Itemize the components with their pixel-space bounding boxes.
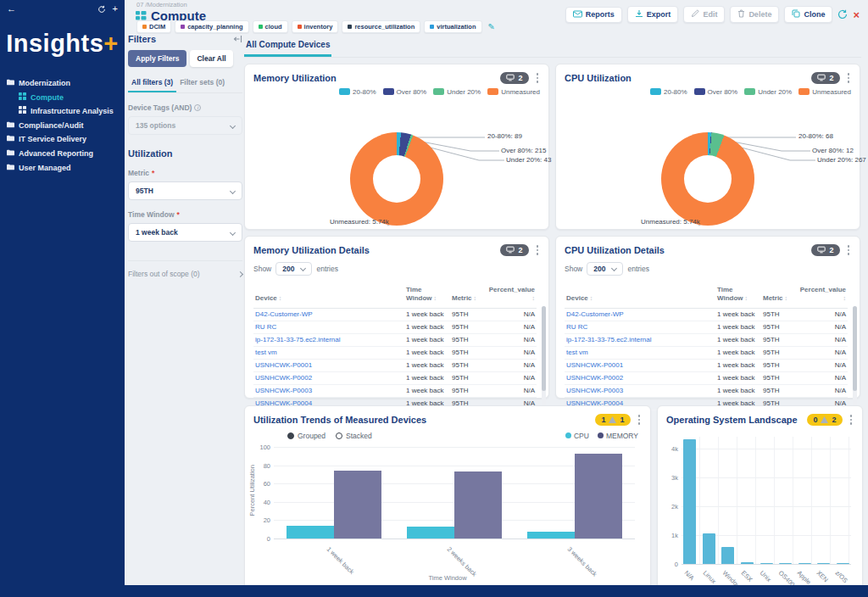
table-scrollbar[interactable] [853,306,857,418]
column-header-time-window[interactable]: Time Window ↕ [404,284,450,309]
sidebar-item-compute[interactable]: Compute [0,91,125,105]
bar-memory[interactable] [454,471,502,538]
refresh-icon[interactable] [837,9,848,20]
device-link[interactable]: test vm [565,346,715,359]
download-icon [635,9,643,20]
kebab-menu[interactable] [637,413,643,427]
cell: N/A [797,333,848,346]
bar-cpu[interactable] [407,527,454,538]
reports-button[interactable]: Reports [565,7,622,23]
legend-item-unmeasured[interactable]: Unmeasured [798,88,851,96]
page-size-select[interactable]: 200 [275,262,312,276]
sidebar-item-user-managed[interactable]: User Managed [0,161,125,176]
bar-xen[interactable] [817,563,830,565]
bar-n-a[interactable] [683,439,696,564]
legend-item-unmeasured[interactable]: Unmeasured [487,88,540,96]
column-header-metric[interactable]: Metric ↕ [761,284,797,309]
sidebar-item-advanced-reporting[interactable]: Advanced Reporting [0,147,125,161]
kebab-menu[interactable] [849,413,854,427]
clone-button[interactable]: Clone [784,6,832,23]
apply-filters-button[interactable]: Apply Filters [128,50,186,67]
legend-item-20-80-[interactable]: 20-80% [339,88,376,96]
legend-item-under-20-[interactable]: Under 20% [744,88,792,96]
back-arrow-icon[interactable]: ← [7,4,16,14]
tab-filter-sets[interactable]: Filter sets (0) [176,75,228,92]
edit-tags-pencil-icon[interactable]: ✎ [488,22,495,31]
legend-item-20-80-[interactable]: 20-80% [650,88,687,96]
legend-cpu[interactable]: CPU [565,432,589,440]
refresh-icon[interactable] [97,5,106,14]
device-count-badge: 2 [811,244,839,256]
scrollbar-thumb[interactable] [853,306,857,391]
export-button[interactable]: Export [627,6,679,23]
device-link[interactable]: USNHCWK-P0003 [253,384,404,397]
delete-button[interactable]: Delete [730,6,779,23]
cell: 1 week back [404,346,450,359]
sidebar-item-it-service-delivery[interactable]: IT Service Delivery [0,132,125,147]
column-header-metric[interactable]: Metric ↕ [450,284,486,309]
edit-button[interactable]: Edit [683,6,725,23]
cell: 95TH [761,371,797,384]
legend-item-over-80-[interactable]: Over 80% [694,88,738,96]
clear-all-button[interactable]: Clear All [190,50,232,67]
filters-out-of-scope[interactable]: Filters out of scope (0) [128,260,242,278]
device-link[interactable]: USNHCWK-P0002 [253,371,404,384]
bar-apple[interactable] [798,563,811,565]
device-link[interactable]: test vm [253,346,404,359]
device-link[interactable]: D42-Customer-WP [253,308,404,321]
device-link[interactable]: ip-172-31-33-75.ec2.internal [253,333,404,346]
device-link[interactable]: D42-Customer-WP [565,308,715,321]
close-icon[interactable]: × [853,9,860,20]
header-actions: ReportsExportEditDeleteClone× [565,6,860,23]
main-area: 07 /Modernization Compute DCIMcapacity_p… [125,0,868,585]
radio-grouped[interactable]: Grouped [287,432,326,440]
page-size-select[interactable]: 200 [587,262,623,276]
device-tags-select[interactable]: 135 options [128,116,242,135]
device-link[interactable]: USNHCWK-P0001 [565,359,715,371]
column-header-device[interactable]: Device ↕ [565,284,715,309]
table-wrap: Device ↕Time Window ↕Metric ↕Percent_val… [565,284,851,410]
kebab-menu[interactable] [846,71,852,85]
bar-memory[interactable] [334,471,381,538]
tab-all-compute-devices[interactable]: All Compute Devices [244,36,331,57]
card-head: CPU Utilization Details2 [556,237,860,257]
bar-esx[interactable] [741,562,754,564]
device-link[interactable]: RU RC [253,321,404,333]
scrollbar-thumb[interactable] [542,306,546,391]
kebab-menu[interactable] [535,71,541,85]
add-icon[interactable]: + [113,4,118,14]
bar-cpu[interactable] [527,532,575,538]
collapse-panel-icon[interactable] [233,35,242,43]
tab-all-filters[interactable]: All filters (3) [128,75,176,92]
bar-cpu[interactable] [287,526,334,538]
column-header-time-window[interactable]: Time Window ↕ [715,284,761,309]
legend-swatch [798,88,810,95]
legend-item-under-20-[interactable]: Under 20% [433,88,481,96]
metric-select[interactable]: 95TH [128,181,242,200]
column-header-percent-value[interactable]: Percent_value ↕ [486,284,537,309]
time-window-select[interactable]: 1 week back [128,223,242,242]
column-header-device[interactable]: Device ↕ [253,284,404,309]
bar-unix[interactable] [760,563,773,565]
bar-memory[interactable] [575,454,622,538]
device-link[interactable]: USNHCWK-P0003 [565,384,715,397]
sidebar-item-modernization[interactable]: Modernization [0,76,125,91]
device-link[interactable]: ip-172-31-33-75.ec2.internal [565,333,715,346]
sidebar-item-compliance-audit[interactable]: Compliance/Audit [0,119,125,133]
bar-os400[interactable] [779,563,792,565]
device-link[interactable]: USNHCWK-P0001 [253,359,404,371]
device-link[interactable]: USNHCWK-P0002 [565,371,715,384]
table-scrollbar[interactable] [542,306,546,418]
column-header-percent-value[interactable]: Percent_value ↕ [797,284,848,309]
kebab-menu[interactable] [535,243,541,257]
cell: 95TH [450,359,486,371]
legend-memory[interactable]: MEMORY [598,432,638,440]
legend-item-over-80-[interactable]: Over 80% [383,88,427,96]
bar-windows[interactable] [721,547,734,564]
bar-linux[interactable] [703,533,715,564]
kebab-menu[interactable] [846,243,852,257]
sidebar-item-infrastructure-analysis[interactable]: Infrastructure Analysis [0,104,125,119]
device-link[interactable]: RU RC [565,321,715,333]
bar-z-os[interactable] [837,563,849,565]
radio-stacked[interactable]: Stacked [336,432,372,440]
